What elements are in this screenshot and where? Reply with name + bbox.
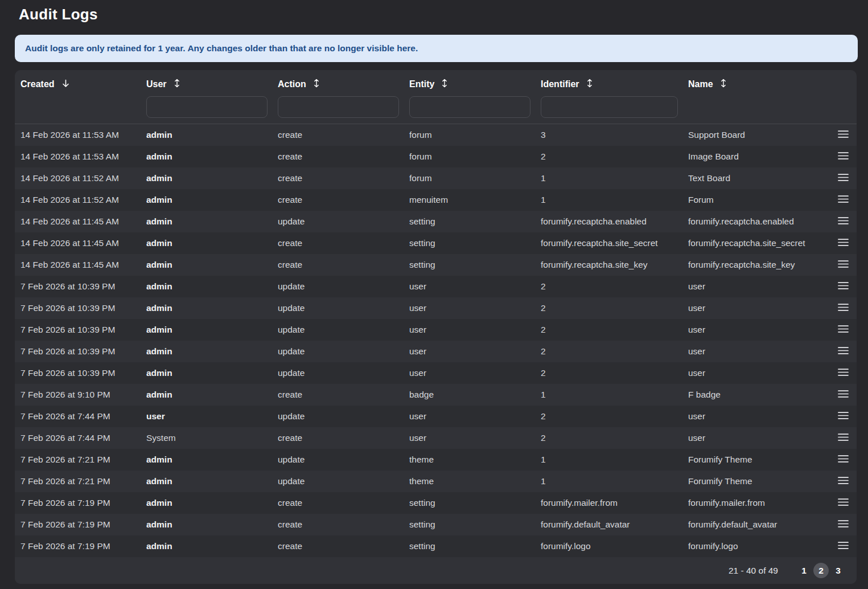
table-row[interactable]: 7 Feb 2026 at 7:44 PM System create user…: [15, 427, 857, 449]
cell-user[interactable]: admin: [141, 152, 272, 162]
table-row[interactable]: 7 Feb 2026 at 7:19 PM admin create setti…: [15, 514, 857, 535]
table-row[interactable]: 7 Feb 2026 at 7:19 PM admin create setti…: [15, 492, 857, 514]
sort-both-icon[interactable]: [721, 79, 726, 90]
row-actions-menu-button[interactable]: [838, 281, 857, 292]
cell-created: 7 Feb 2026 at 10:39 PM: [15, 346, 141, 357]
column-header-identifier-label-wrap[interactable]: Identifier: [541, 77, 678, 92]
cell-identifier: 2: [535, 433, 682, 443]
row-actions-menu-button[interactable]: [838, 173, 857, 183]
cell-entity: user: [404, 303, 535, 313]
cell-user[interactable]: admin: [141, 390, 272, 400]
table-row[interactable]: 14 Feb 2026 at 11:52 AM admin create for…: [15, 167, 857, 189]
sort-both-icon[interactable]: [174, 79, 180, 90]
cell-user[interactable]: admin: [141, 173, 272, 183]
row-actions-menu-button[interactable]: [838, 411, 857, 422]
cell-name: F badge: [682, 390, 833, 400]
filter-input-user[interactable]: [146, 96, 268, 118]
table-row[interactable]: 14 Feb 2026 at 11:52 AM admin create men…: [15, 189, 857, 211]
column-header-entity-label-wrap[interactable]: Entity: [409, 77, 530, 92]
row-actions-menu-button[interactable]: [838, 455, 857, 465]
cell-user[interactable]: admin: [141, 476, 272, 486]
hamburger-menu-icon: [838, 152, 849, 162]
cell-user[interactable]: admin: [141, 520, 272, 530]
column-header-user: User: [141, 77, 272, 124]
cell-identifier: 1: [535, 390, 682, 400]
pagination-page-1[interactable]: 1: [796, 563, 812, 578]
row-actions-menu-button[interactable]: [838, 130, 857, 140]
cell-created: 14 Feb 2026 at 11:45 AM: [15, 216, 141, 227]
row-actions-menu-button[interactable]: [838, 520, 857, 530]
cell-identifier: 2: [535, 152, 682, 162]
cell-user[interactable]: admin: [141, 195, 272, 205]
cell-user[interactable]: admin: [141, 216, 272, 227]
cell-name: user: [682, 303, 833, 313]
cell-user[interactable]: admin: [141, 541, 272, 551]
cell-name: user: [682, 346, 833, 357]
row-actions-menu-button[interactable]: [838, 325, 857, 335]
row-actions-menu-button[interactable]: [838, 260, 857, 270]
row-actions-menu-button[interactable]: [838, 498, 857, 508]
pagination-page-3[interactable]: 3: [830, 563, 846, 578]
hamburger-menu-icon: [838, 368, 849, 378]
sort-both-icon[interactable]: [314, 79, 319, 90]
pagination-page-2[interactable]: 2: [813, 563, 829, 578]
cell-action: update: [272, 411, 404, 422]
row-actions-menu-button[interactable]: [838, 390, 857, 400]
cell-identifier: forumify.logo: [535, 541, 682, 551]
hamburger-menu-icon: [838, 346, 849, 357]
pagination-pages: 123: [796, 563, 846, 578]
table-row[interactable]: 14 Feb 2026 at 11:53 AM admin create for…: [15, 146, 857, 167]
cell-user[interactable]: admin: [141, 325, 272, 335]
table-row[interactable]: 7 Feb 2026 at 10:39 PM admin update user…: [15, 341, 857, 362]
cell-identifier: forumify.recaptcha.enabled: [535, 216, 682, 227]
cell-user[interactable]: admin: [141, 260, 272, 270]
sort-both-icon[interactable]: [442, 79, 447, 90]
row-actions-menu-button[interactable]: [838, 303, 857, 313]
table-row[interactable]: 7 Feb 2026 at 9:10 PM admin create badge…: [15, 384, 857, 406]
table-row[interactable]: 7 Feb 2026 at 10:39 PM admin update user…: [15, 276, 857, 297]
row-actions-menu-button[interactable]: [838, 216, 857, 227]
table-row[interactable]: 14 Feb 2026 at 11:45 AM admin update set…: [15, 211, 857, 232]
column-header-created-label-wrap[interactable]: Created: [20, 77, 136, 92]
row-actions-menu-button[interactable]: [838, 368, 857, 378]
table-row[interactable]: 14 Feb 2026 at 11:45 AM admin create set…: [15, 254, 857, 276]
table-row[interactable]: 7 Feb 2026 at 7:44 PM user update user 2…: [15, 406, 857, 427]
row-actions-menu-button[interactable]: [838, 346, 857, 357]
row-actions-menu-button[interactable]: [838, 433, 857, 443]
cell-user[interactable]: admin: [141, 368, 272, 378]
table-row[interactable]: 7 Feb 2026 at 10:39 PM admin update user…: [15, 319, 857, 341]
table-row[interactable]: 7 Feb 2026 at 7:21 PM admin update theme…: [15, 449, 857, 471]
row-actions-menu-button[interactable]: [838, 195, 857, 205]
table-row[interactable]: 14 Feb 2026 at 11:53 AM admin create for…: [15, 124, 857, 146]
table-row[interactable]: 7 Feb 2026 at 7:19 PM admin create setti…: [15, 535, 857, 557]
column-header-entity: Entity: [404, 77, 535, 124]
cell-action: update: [272, 346, 404, 357]
column-header-created: Created: [15, 77, 141, 124]
cell-user[interactable]: admin: [141, 346, 272, 357]
cell-user[interactable]: user: [141, 411, 272, 422]
table-row[interactable]: 7 Feb 2026 at 7:21 PM admin update theme…: [15, 471, 857, 492]
table-row[interactable]: 7 Feb 2026 at 10:39 PM admin update user…: [15, 362, 857, 384]
filter-input-entity[interactable]: [409, 96, 530, 118]
cell-user[interactable]: System: [141, 433, 272, 443]
column-header-name-label-wrap[interactable]: Name: [688, 77, 828, 92]
table-row[interactable]: 14 Feb 2026 at 11:45 AM admin create set…: [15, 232, 857, 254]
row-actions-menu-button[interactable]: [838, 476, 857, 486]
cell-user[interactable]: admin: [141, 455, 272, 465]
cell-user[interactable]: admin: [141, 303, 272, 313]
cell-name: user: [682, 433, 833, 443]
cell-user[interactable]: admin: [141, 238, 272, 248]
row-actions-menu-button[interactable]: [838, 152, 857, 162]
sort-descending-icon[interactable]: [62, 79, 69, 90]
cell-user[interactable]: admin: [141, 498, 272, 508]
filter-input-action[interactable]: [278, 96, 399, 118]
column-header-action-label-wrap[interactable]: Action: [278, 77, 399, 92]
cell-user[interactable]: admin: [141, 130, 272, 140]
column-header-user-label-wrap[interactable]: User: [146, 77, 268, 92]
filter-input-identifier[interactable]: [541, 96, 678, 118]
row-actions-menu-button[interactable]: [838, 238, 857, 248]
row-actions-menu-button[interactable]: [838, 541, 857, 551]
cell-user[interactable]: admin: [141, 281, 272, 292]
table-row[interactable]: 7 Feb 2026 at 10:39 PM admin update user…: [15, 297, 857, 319]
sort-both-icon[interactable]: [587, 79, 593, 90]
